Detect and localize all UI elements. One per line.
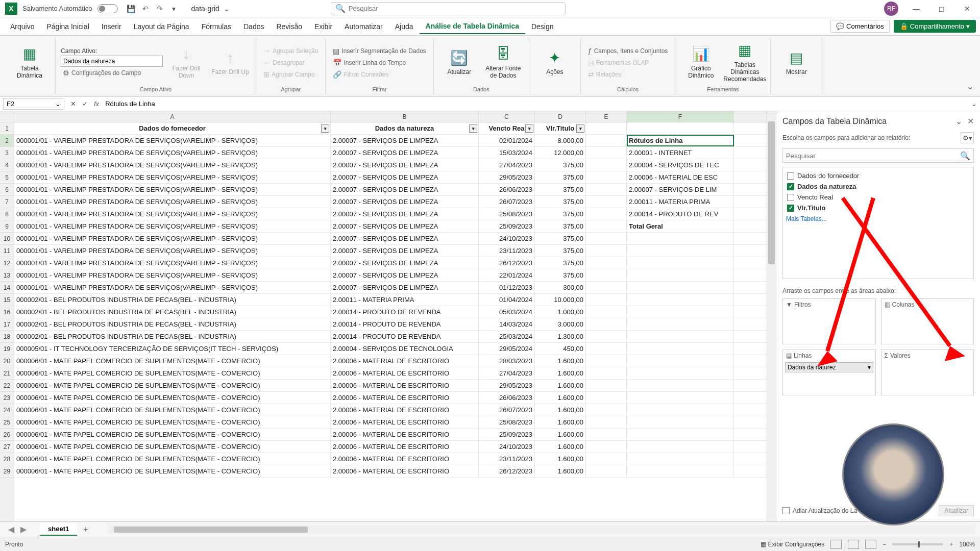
cell-a[interactable]: 000006/01 - MATE PAPEL COMERCIO DE SUPLE… xyxy=(14,380,331,391)
sheet-next-icon[interactable]: ▶ xyxy=(17,524,30,534)
cell-b[interactable]: 2.00014 - PRODUTO DE REVENDA xyxy=(331,306,479,318)
cell-d[interactable]: 1.600,00 xyxy=(535,367,586,379)
tab-inserir[interactable]: Inserir xyxy=(95,19,128,34)
cell-f[interactable] xyxy=(627,318,734,330)
field-vencto[interactable]: Vencto Real xyxy=(786,192,970,203)
cell-d[interactable]: 8.000,00 xyxy=(535,135,586,146)
pivot-close-icon[interactable]: ✕ xyxy=(967,116,974,126)
drop-linhas[interactable]: ▤Linhas Dados da naturez▾ xyxy=(782,349,876,395)
cell-a[interactable]: 000001/01 - VARELIMP PRESTADORA DE SERVI… xyxy=(14,147,331,159)
cell-a[interactable]: 000002/01 - BEL PRODUTOS INDUSTRIA DE PE… xyxy=(14,318,331,330)
inserir-linha-tempo-button[interactable]: 📅Inserir Linha do Tempo xyxy=(331,58,428,68)
cell-e[interactable] xyxy=(586,245,627,257)
cell-e1[interactable] xyxy=(586,122,627,134)
cell-f[interactable]: 2.00006 - MATERIAL DE ESC xyxy=(627,171,734,183)
cell-b[interactable]: 2.00011 - MATERIA PRIMA xyxy=(331,294,479,306)
row-header-9[interactable]: 9 xyxy=(0,220,14,233)
cell-a[interactable]: 000006/01 - MATE PAPEL COMERCIO DE SUPLE… xyxy=(14,465,331,477)
cell-e[interactable] xyxy=(586,208,627,220)
cell-a[interactable]: 000001/01 - VARELIMP PRESTADORA DE SERVI… xyxy=(14,196,331,208)
cell-a[interactable]: 000001/01 - VARELIMP PRESTADORA DE SERVI… xyxy=(14,220,331,232)
row-header-13[interactable]: 13 xyxy=(0,269,14,282)
cell-c[interactable]: 27/04/2023 xyxy=(479,159,535,171)
cell-e[interactable] xyxy=(586,159,627,171)
cell-e[interactable] xyxy=(586,220,627,232)
campos-itens-button[interactable]: ƒCampos, Itens e Conjuntos xyxy=(586,46,670,56)
cell-f[interactable]: Rótulos de Linha xyxy=(627,135,734,146)
horizontal-scrollbar[interactable] xyxy=(109,525,975,534)
cell-b[interactable]: 2.00006 - MATERIAL DE ESCRITORIO xyxy=(331,367,479,379)
cell-b[interactable]: 2.00006 - MATERIAL DE ESCRITORIO xyxy=(331,392,479,404)
row-header-28[interactable]: 28 xyxy=(0,453,14,465)
autosave-toggle[interactable] xyxy=(97,4,118,13)
config-campo-button[interactable]: ⚙Configurações do Campo xyxy=(61,68,163,78)
mostrar-button[interactable]: ▤Mostrar xyxy=(776,49,817,76)
filename-dropdown-icon[interactable]: ⌄ xyxy=(222,4,232,14)
filter-vlr-icon[interactable]: ▾ xyxy=(576,124,584,133)
cell-f[interactable] xyxy=(627,245,734,257)
save-icon[interactable]: 💾 xyxy=(126,4,136,14)
tab-ajuda[interactable]: Ajuda xyxy=(389,19,420,34)
cell-b[interactable]: 2.00014 - PRODUTO DE REVENDA xyxy=(331,331,479,342)
zoom-slider[interactable] xyxy=(892,543,943,545)
cell-f[interactable]: 2.00004 - SERVIÇOS DE TEC xyxy=(627,159,734,171)
checkbox-fornecedor[interactable] xyxy=(787,172,794,180)
formula-expand-icon[interactable]: ⌄ xyxy=(968,100,980,108)
tab-formulas[interactable]: Fórmulas xyxy=(195,19,237,34)
cell-a[interactable]: 000001/01 - VARELIMP PRESTADORA DE SERVI… xyxy=(14,135,331,146)
cell-b[interactable]: 2.00007 - SERVIÇOS DE LIMPEZA xyxy=(331,245,479,257)
cell-f[interactable] xyxy=(627,269,734,281)
cell-f[interactable] xyxy=(627,331,734,342)
cell-c[interactable]: 23/11/2023 xyxy=(479,453,535,465)
row-header-22[interactable]: 22 xyxy=(0,380,14,392)
cell-c[interactable]: 25/08/2023 xyxy=(479,208,535,220)
dropdown-icon[interactable]: ▾ xyxy=(868,364,871,371)
cell-f[interactable] xyxy=(627,257,734,269)
cell-b[interactable]: 2.00004 - SERVIÇOS DE TECNOLOGIA xyxy=(331,343,479,355)
cell-b[interactable]: 2.00007 - SERVIÇOS DE LIMPEZA xyxy=(331,171,479,183)
cell-b[interactable]: 2.00007 - SERVIÇOS DE LIMPEZA xyxy=(331,135,479,146)
cancel-formula-icon[interactable]: ✕ xyxy=(67,100,79,108)
row-header-24[interactable]: 24 xyxy=(0,404,14,416)
cell-a[interactable]: 000006/01 - MATE PAPEL COMERCIO DE SUPLE… xyxy=(14,404,331,416)
cell-c[interactable]: 29/05/2023 xyxy=(479,380,535,391)
col-header-b[interactable]: B xyxy=(331,111,479,122)
acoes-button[interactable]: ✦Ações xyxy=(534,49,575,76)
filter-natureza-icon[interactable]: ▾ xyxy=(469,124,477,133)
field-vlr-titulo[interactable]: ✓Vlr.Titulo xyxy=(786,203,970,213)
cell-f[interactable] xyxy=(627,367,734,379)
grafico-dinamico-button[interactable]: 📊Gráfico Dinâmico xyxy=(680,45,721,79)
cell-d[interactable]: 1.600,00 xyxy=(535,404,586,416)
row-header-15[interactable]: 15 xyxy=(0,294,14,306)
qat-dropdown-icon[interactable]: ▾ xyxy=(169,4,179,14)
cell-d[interactable]: 375,00 xyxy=(535,257,586,269)
cell-e[interactable] xyxy=(586,294,627,306)
pivot-search-input[interactable] xyxy=(786,152,960,160)
hscroll-thumb[interactable] xyxy=(114,527,308,533)
cell-e[interactable] xyxy=(586,257,627,269)
comments-button[interactable]: 💬 Comentários xyxy=(830,20,890,33)
minimize-icon[interactable]: — xyxy=(909,1,924,16)
cell-f[interactable] xyxy=(627,294,734,306)
cell-f[interactable] xyxy=(627,465,734,477)
view-layout-icon[interactable] xyxy=(848,540,859,549)
tab-automatizar[interactable]: Automatizar xyxy=(338,19,389,34)
cell-a[interactable]: 000006/01 - MATE PAPEL COMERCIO DE SUPLE… xyxy=(14,453,331,465)
row-header-29[interactable]: 29 xyxy=(0,465,14,478)
cell-b[interactable]: 2.00006 - MATERIAL DE ESCRITORIO xyxy=(331,416,479,428)
row-header-5[interactable]: 5 xyxy=(0,171,14,184)
cell-c[interactable]: 02/01/2024 xyxy=(479,135,535,146)
cell-d[interactable]: 1.600,00 xyxy=(535,380,586,391)
col-header-e[interactable]: E xyxy=(586,111,627,122)
cell-d[interactable]: 375,00 xyxy=(535,245,586,257)
cell-d[interactable]: 1.600,00 xyxy=(535,355,586,367)
tab-dados[interactable]: Dados xyxy=(237,19,270,34)
row-header-18[interactable]: 18 xyxy=(0,331,14,343)
cell-c[interactable]: 25/09/2023 xyxy=(479,429,535,440)
view-normal-icon[interactable] xyxy=(830,540,842,549)
search-box[interactable]: 🔍 xyxy=(331,2,566,15)
cell-b[interactable]: 2.00007 - SERVIÇOS DE LIMPEZA xyxy=(331,159,479,171)
cell-d[interactable]: 450,00 xyxy=(535,343,586,355)
cell-c[interactable]: 24/10/2023 xyxy=(479,441,535,453)
row-header-23[interactable]: 23 xyxy=(0,392,14,404)
